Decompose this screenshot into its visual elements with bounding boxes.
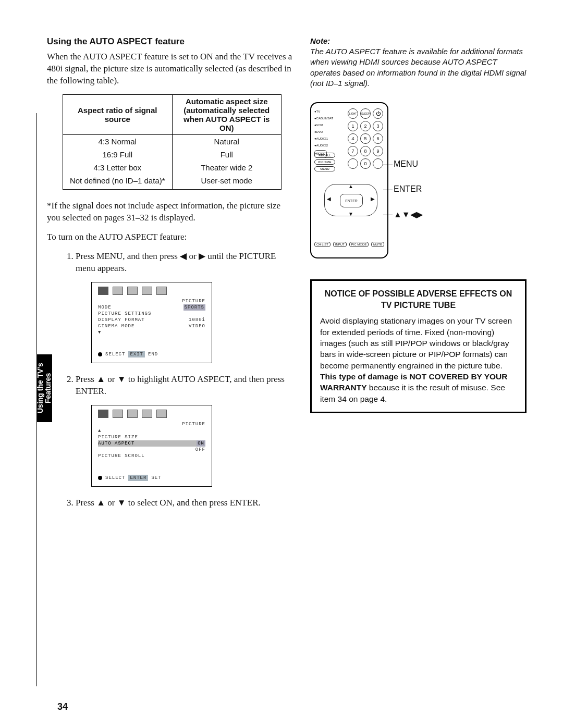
intro-paragraph: When the AUTO ASPECT feature is set to O…: [47, 51, 295, 87]
osd-title: PICTURE: [182, 421, 205, 427]
txt: or: [105, 498, 117, 508]
osd-foot-btn: ENTER: [128, 475, 148, 481]
down-arrow-icon: ▼: [117, 374, 126, 386]
osd-tab-icon: [127, 287, 138, 295]
osd-tab-icon: [127, 410, 138, 418]
num-1: 1: [348, 121, 358, 131]
osd-picture-2: PICTURE ▲ PICTURE SIZE AUTO ASPECTON OFF…: [91, 405, 212, 487]
sleep-button: SLEEP: [360, 108, 371, 119]
notice-body-a: Avoid displaying stationary images on yo…: [320, 316, 512, 370]
osd-l: PICTURE SIZE: [98, 434, 138, 440]
step-3: Press ▲ or ▼ to select ON, and then pres…: [76, 497, 295, 509]
chevron-down-icon: ▼: [98, 329, 101, 336]
mute-button: MUTE: [371, 242, 384, 247]
down-arrow-icon: ▼: [117, 497, 126, 509]
chlist-button: CH LIST: [314, 242, 331, 247]
footnote: *If the signal does not include aspect i…: [47, 200, 295, 224]
osd-foot-r: END: [148, 351, 158, 357]
callout-menu: MENU: [394, 159, 423, 169]
aspect-table: Aspect ratio of signal source Automatic …: [63, 94, 282, 190]
cell: Natural: [172, 134, 282, 148]
lbl: ●VCR: [314, 122, 333, 129]
osd-l: AUTO ASPECT: [98, 440, 134, 447]
osd-title: PICTURE: [182, 298, 205, 304]
menu-button: MENU: [314, 166, 335, 171]
num-blank: [348, 158, 358, 169]
note-heading: Note:: [310, 36, 527, 45]
num-7: 7: [348, 146, 358, 156]
num-ent: [373, 158, 383, 169]
lbl: ●AUDIO1: [314, 135, 333, 142]
num-3: 3: [373, 121, 383, 131]
picmode-button: PIC MODE: [349, 242, 369, 247]
osd-tab-icon: [113, 410, 123, 418]
num-6: 6: [373, 133, 383, 144]
side-tab: Using the TV's Features: [36, 354, 52, 422]
txt: to select ON, and then press ENTER.: [126, 498, 260, 508]
osd-l: CINEMA MODE: [98, 323, 134, 329]
osd-tab-icon: [113, 287, 123, 295]
power-button: ⏻: [373, 108, 383, 119]
numpad: LIGHT SLEEP ⏻ 1 2 3 4 5 6 7 8 9 0: [348, 108, 383, 169]
lbl: ●CABLE/SAT: [314, 115, 333, 122]
nav-left-icon: ◀: [327, 196, 331, 202]
step-2: Press ▲ or ▼ to highlight AUTO ASPECT, a…: [76, 374, 295, 487]
callout-arrows: ▲▼◀▶: [394, 209, 423, 219]
osd-foot-l: SELECT: [105, 475, 125, 481]
section-title: Using the AUTO ASPECT feature: [47, 36, 295, 47]
remote-callouts: MENU ENTER ▲▼◀▶: [394, 102, 423, 219]
cell: 4:3 Normal: [63, 134, 173, 148]
cell: 16:9 Full: [63, 148, 173, 161]
num-0: 0: [360, 158, 371, 169]
osd-picture-1: PICTURE MODESPORTS PICTURE SETTINGS DISP…: [91, 282, 212, 364]
steps: Press MENU, and then press ◀ or ▶ until …: [47, 251, 295, 510]
osd-r: SPORTS: [183, 304, 205, 311]
osd-r: ON: [197, 440, 205, 447]
light-button: LIGHT: [348, 108, 358, 119]
right-arrow-icon: ▶: [199, 251, 205, 263]
picsize-button: PIC SIZE: [314, 159, 335, 165]
cell: Not defined (no ID–1 data)*: [63, 174, 173, 190]
callout-enter: ENTER: [394, 184, 423, 194]
cell: 4:3 Letter box: [63, 161, 173, 174]
txt: or: [187, 251, 199, 261]
osd-tab-icon: [98, 410, 108, 418]
osd-foot-btn: EXIT: [128, 351, 145, 357]
txt: or: [105, 374, 117, 384]
warranty-notice: NOTICE OF POSSIBLE ADVERSE EFFECTS ON TV…: [310, 279, 527, 413]
num-9: 9: [373, 146, 383, 156]
nav-right-icon: ▶: [371, 196, 375, 202]
osd-l: MODE: [98, 304, 112, 311]
page-number: 34: [57, 701, 68, 712]
osd-foot-r: SET: [151, 475, 161, 481]
notice-title: NOTICE OF POSSIBLE ADVERSE EFFECTS ON TV…: [320, 288, 517, 311]
osd-tabs: [92, 405, 212, 418]
osd-tabs: [92, 282, 212, 295]
osd-foot-l: SELECT: [105, 351, 125, 357]
osd-r: VIDEO: [189, 323, 205, 329]
num-5: 5: [360, 133, 371, 144]
cell: Full: [172, 148, 282, 161]
txt: Press MENU, and then press: [76, 251, 180, 261]
cell: User-set mode: [172, 174, 282, 190]
remote-mode-list: ●TV ●CABLE/SAT ●VCR ●DVD ●AUDIO1 ●AUDIO2…: [314, 108, 333, 158]
chevron-up-icon: ▲: [98, 428, 101, 434]
osd-r: OFF: [195, 447, 205, 453]
recall-button: RECALL: [314, 153, 335, 158]
left-arrow-icon: ◀: [180, 251, 187, 263]
lead-in: To turn on the AUTO ASPECT feature:: [47, 231, 295, 243]
dot-icon: [98, 476, 102, 480]
lbl: ●DVD: [314, 129, 333, 135]
osd-l: PICTURE SETTINGS: [98, 311, 151, 317]
lbl: ●TV: [314, 108, 333, 115]
cell: Theater wide 2: [172, 161, 282, 174]
enter-button: ENTER: [340, 194, 363, 207]
lbl: ●AUDIO2: [314, 142, 333, 149]
num-2: 2: [360, 121, 371, 131]
up-arrow-icon: ▲: [96, 497, 105, 509]
nav-ring: ▲ ▼ ◀ ▶ ENTER: [324, 184, 377, 216]
remote-illustration: ●TV ●CABLE/SAT ●VCR ●DVD ●AUDIO1 ●AUDIO2…: [310, 102, 388, 258]
txt: Press: [76, 374, 96, 384]
num-4: 4: [348, 133, 358, 144]
up-arrow-icon: ▲: [96, 374, 105, 386]
